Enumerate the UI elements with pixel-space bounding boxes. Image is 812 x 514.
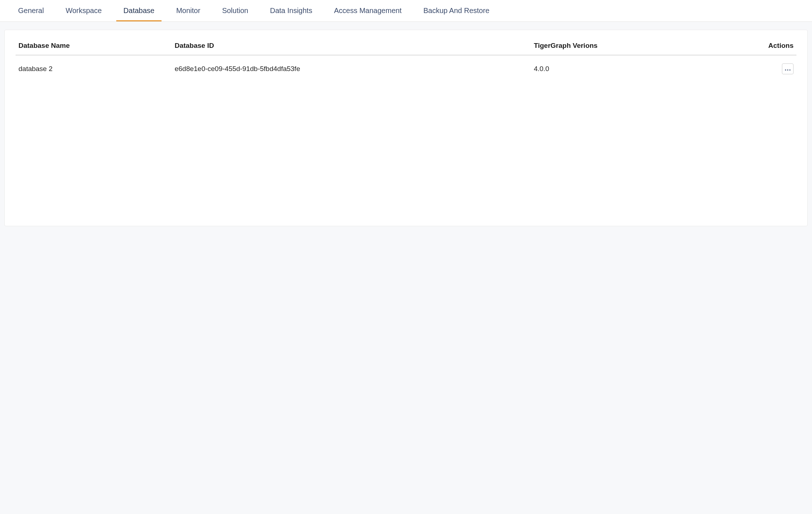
cell-actions <box>718 55 796 81</box>
cell-database-name: database 2 <box>16 55 172 81</box>
tab-data-insights[interactable]: Data Insights <box>259 0 323 21</box>
column-header-name: Database Name <box>16 37 172 55</box>
table-header-row: Database Name Database ID TigerGraph Ver… <box>16 37 796 55</box>
database-table: Database Name Database ID TigerGraph Ver… <box>16 37 796 81</box>
cell-database-version: 4.0.0 <box>531 55 718 81</box>
cell-database-id: e6d8e1e0-ce09-455d-91db-5fbd4dfa53fe <box>172 55 531 81</box>
svg-point-1 <box>787 69 788 70</box>
tab-backup-and-restore[interactable]: Backup And Restore <box>413 0 500 21</box>
tab-solution[interactable]: Solution <box>211 0 259 21</box>
top-nav: General Workspace Database Monitor Solut… <box>0 0 812 22</box>
column-header-id: Database ID <box>172 37 531 55</box>
svg-point-2 <box>789 69 790 70</box>
tab-general[interactable]: General <box>7 0 55 21</box>
tab-monitor[interactable]: Monitor <box>165 0 211 21</box>
tab-workspace[interactable]: Workspace <box>55 0 113 21</box>
row-actions-button[interactable] <box>782 63 794 74</box>
tab-database[interactable]: Database <box>113 0 166 21</box>
column-header-version: TigerGraph Verions <box>531 37 718 55</box>
table-row: database 2 e6d8e1e0-ce09-455d-91db-5fbd4… <box>16 55 796 81</box>
more-horizontal-icon <box>785 66 791 72</box>
column-header-actions: Actions <box>718 37 796 55</box>
tab-access-management[interactable]: Access Management <box>323 0 413 21</box>
svg-point-0 <box>785 69 786 70</box>
database-panel: Database Name Database ID TigerGraph Ver… <box>4 30 808 226</box>
